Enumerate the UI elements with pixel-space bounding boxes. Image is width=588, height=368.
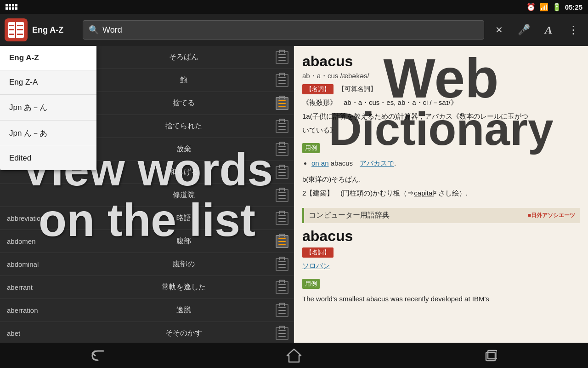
computer-example-text: The world's smallest abacus was recently… bbox=[302, 293, 580, 305]
computer-pos-badge: 【名詞】 bbox=[302, 247, 334, 258]
mic-button[interactable]: 🎤 bbox=[514, 20, 534, 40]
left-panel: Eng A-Z Eng Z-A Jpn あ－ん Jpn ん－あ Edited ▶… bbox=[0, 46, 294, 343]
notepad-icon bbox=[276, 51, 288, 64]
note-icon-cell bbox=[271, 189, 294, 202]
table-row[interactable]: abdomen 腹部 bbox=[0, 230, 294, 253]
note-icon-cell bbox=[271, 258, 294, 271]
word-jp: 放棄 bbox=[96, 144, 271, 154]
alarm-icon: ⏰ bbox=[526, 3, 536, 12]
plural-note: 《複数形》 ab・a・cus・es, ab・a・ci /－saɪ/》 bbox=[302, 97, 580, 108]
recents-button[interactable] bbox=[472, 345, 509, 366]
main-dict-section: abacus ab・a・cus /æbəkəs/ 【名詞】 【可算名詞】 《複数… bbox=[302, 53, 580, 199]
computer-dict-title: コンピューター用語辞典 bbox=[309, 211, 390, 220]
right-panel[interactable]: abacus ab・a・cus /æbəkəs/ 【名詞】 【可算名詞】 《複数… bbox=[294, 46, 588, 343]
note-icon-cell bbox=[271, 143, 294, 156]
note-icon-cell bbox=[271, 304, 294, 317]
note-icon-cell bbox=[271, 51, 294, 64]
word-jp: そそのかす bbox=[96, 328, 271, 338]
def1: 1a(子供に計算を教えるための)計算器，アバカス《数本のレールに玉がつ bbox=[302, 111, 580, 122]
note-icon-cell bbox=[271, 281, 294, 294]
dropdown-item-edited[interactable]: Edited bbox=[0, 146, 96, 170]
home-icon bbox=[286, 348, 302, 363]
notepad-icon bbox=[276, 327, 288, 340]
computer-dict-section: コンピューター用語辞典 ■日外アソシエーツ abacus 【名詞】 ソロバン 用… bbox=[302, 208, 580, 305]
example-badge: 用例 bbox=[302, 143, 320, 153]
notepad-icon bbox=[276, 74, 288, 87]
table-row[interactable]: abet そそのかす bbox=[0, 322, 294, 343]
example-link[interactable]: on an bbox=[311, 159, 329, 167]
font-button[interactable]: A bbox=[538, 20, 559, 40]
main-word-title: abacus bbox=[302, 53, 580, 70]
word-en: abdomen bbox=[0, 237, 96, 245]
dropdown-item-jpn-n-a[interactable]: Jpn ん－あ bbox=[0, 121, 96, 146]
svg-marker-0 bbox=[287, 349, 301, 362]
def1-cont: いている》 bbox=[302, 125, 580, 136]
notepad-icon-filled bbox=[276, 97, 288, 110]
notepad-icon-filled bbox=[276, 235, 288, 248]
sort-label[interactable]: Eng A-Z bbox=[32, 25, 78, 35]
recents-icon bbox=[483, 349, 497, 362]
close-icon: ✕ bbox=[495, 24, 503, 35]
back-button[interactable] bbox=[79, 345, 116, 366]
book-left bbox=[8, 22, 16, 38]
note-icon-cell bbox=[271, 235, 294, 248]
word-jp: 略語 bbox=[96, 213, 271, 223]
search-input[interactable]: Word bbox=[102, 25, 478, 35]
def2b: b(東洋の)そろばん. bbox=[302, 174, 580, 185]
battery-icon: 🔋 bbox=[552, 3, 561, 12]
notepad-icon bbox=[276, 189, 288, 202]
word-jp: 捨てる bbox=[96, 98, 271, 108]
computer-dict-header: コンピューター用語辞典 ■日外アソシエーツ bbox=[302, 208, 580, 223]
notepad-icon bbox=[276, 258, 288, 271]
word-jp: そろばん bbox=[96, 52, 271, 62]
note-icon-cell bbox=[271, 212, 294, 225]
word-jp: 捨てられた bbox=[96, 121, 271, 131]
grid-icon bbox=[6, 4, 17, 10]
table-row[interactable]: aberration 逸脱 bbox=[0, 299, 294, 322]
more-icon: ⋮ bbox=[568, 23, 579, 36]
word-jp: 常軌を逸した bbox=[96, 282, 271, 292]
note-icon-cell bbox=[271, 97, 294, 110]
app-icon[interactable] bbox=[5, 18, 28, 41]
search-bar[interactable]: 🔍 Word bbox=[83, 20, 484, 40]
main-content: Eng A-Z Eng Z-A Jpn あ－ん Jpn ん－あ Edited ▶… bbox=[0, 46, 588, 343]
bottom-bar bbox=[0, 343, 588, 368]
sort-dropdown[interactable]: Eng A-Z Eng Z-A Jpn あ－ん Jpn ん－あ Edited bbox=[0, 46, 96, 170]
abacus-jp-link[interactable]: アバカスで bbox=[360, 159, 394, 167]
font-icon: A bbox=[545, 24, 552, 36]
word-en: abdominal bbox=[0, 260, 96, 268]
dropdown-item-jpn-a-n[interactable]: Jpn あ－ん bbox=[0, 95, 96, 121]
word-jp: 腹部 bbox=[96, 236, 271, 246]
word-jp: 和らげる bbox=[96, 167, 271, 177]
close-button[interactable]: ✕ bbox=[489, 20, 509, 40]
word-jp: 腹部の bbox=[96, 259, 271, 269]
status-left bbox=[6, 4, 17, 10]
dropdown-item-eng-az[interactable]: Eng A-Z bbox=[0, 46, 96, 70]
table-row[interactable]: aberrant 常軌を逸した bbox=[0, 276, 294, 299]
more-button[interactable]: ⋮ bbox=[563, 20, 583, 40]
def2arch: 2【建築】 (円柱頭の)かむり板（⇒capital² さし絵）. bbox=[302, 188, 580, 199]
notepad-icon bbox=[276, 212, 288, 225]
note-icon-cell bbox=[271, 74, 294, 87]
word-jp: 修道院 bbox=[96, 190, 271, 200]
jp-translation-link[interactable]: ソロバン bbox=[302, 262, 330, 270]
table-row[interactable]: abbreviation 略語 bbox=[0, 207, 294, 230]
book-icon bbox=[8, 22, 24, 38]
word-jp: 逸脱 bbox=[96, 305, 271, 315]
notepad-icon bbox=[276, 143, 288, 156]
table-row[interactable]: 修道院 bbox=[0, 184, 294, 207]
publisher-logo: ■日外アソシエーツ bbox=[528, 212, 575, 219]
mic-icon: 🎤 bbox=[518, 24, 530, 36]
back-icon bbox=[89, 349, 107, 362]
home-button[interactable] bbox=[276, 345, 312, 366]
note-icon-cell bbox=[271, 166, 294, 179]
word-en: aberration bbox=[0, 306, 96, 314]
word-en: abet bbox=[0, 329, 96, 337]
word-jp: 鮑 bbox=[96, 75, 271, 85]
dropdown-item-eng-za[interactable]: Eng Z-A bbox=[0, 70, 96, 95]
notepad-icon bbox=[276, 304, 288, 317]
note-icon-cell bbox=[271, 327, 294, 340]
table-row[interactable]: abdominal 腹部の bbox=[0, 253, 294, 276]
example-list: on an abacus アバカスで. bbox=[311, 157, 580, 169]
word-en: aberrant bbox=[0, 283, 96, 291]
